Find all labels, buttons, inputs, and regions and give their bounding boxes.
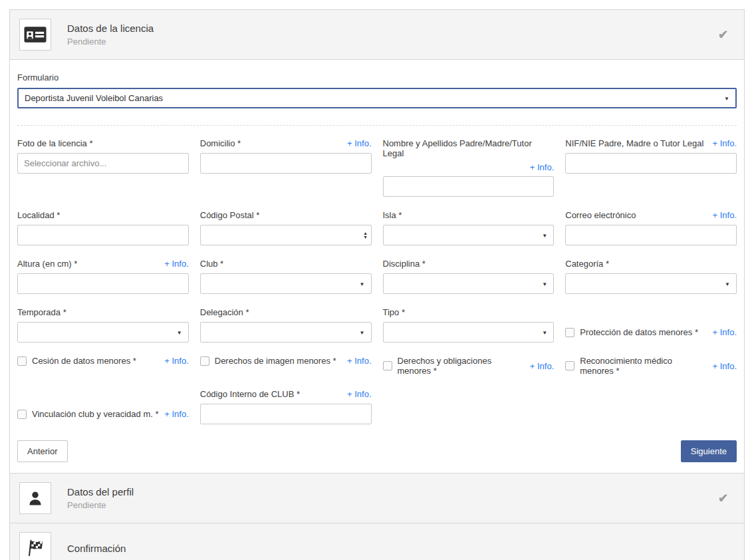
info-link[interactable]: + Info. (347, 356, 372, 366)
info-link[interactable]: + Info. (713, 138, 737, 148)
club-select[interactable]: ▼ (200, 273, 372, 294)
checkbox-label: Derechos y obligaciones menores * (398, 356, 525, 376)
check-icon: ✔ (718, 27, 728, 42)
step-title: Datos de la licencia (67, 23, 154, 34)
isla-select[interactable]: ▼ (383, 225, 555, 245)
licencia-form: Formulario Deportista Juvenil Voleibol C… (10, 59, 744, 474)
field-foto-licencia: Foto de la licencia * Seleccionar archiv… (17, 138, 189, 197)
fields-grid: Foto de la licencia * Seleccionar archiv… (17, 138, 737, 424)
field-nif-tutor: NIF/NIE Padre, Madre o Tutor Legal + Inf… (565, 138, 737, 197)
altura-input[interactable] (17, 273, 189, 294)
field-tipo: Tipo * ▼ (383, 307, 555, 343)
field-vinculacion-club: Vinculación club y veracidad m. * + Info… (17, 409, 189, 424)
checkbox-label: Vinculación club y veracidad m. * (32, 409, 159, 419)
step-info: Datos del perfil Pendiente (67, 486, 134, 510)
step-title: Datos del perfil (67, 486, 134, 497)
info-link[interactable]: + Info. (530, 361, 555, 371)
disciplina-select[interactable]: ▼ (383, 273, 555, 294)
chevron-down-icon: ▼ (725, 281, 730, 287)
field-delegacion: Delegación * ▼ (200, 307, 372, 343)
field-derechos-imagen: Derechos de imagen menores * + Info. (200, 356, 372, 376)
wizard-card: Datos de la licencia Pendiente ✔ Formula… (9, 9, 745, 560)
tipo-select[interactable]: ▼ (383, 322, 555, 343)
field-label: Código Interno de CLUB * (200, 389, 300, 399)
checkbox-label: Derechos de imagen menores * (215, 356, 336, 366)
nombre-tutor-input[interactable] (383, 176, 555, 197)
checkbox-label: Protección de datos menores * (580, 327, 698, 337)
field-label: Delegación * (200, 307, 249, 317)
reconocimiento-medico-checkbox[interactable] (565, 361, 574, 370)
field-reconocimiento-medico: Reconocimiento médico menores * + Info. (565, 356, 737, 376)
page: Datos de la licencia Pendiente ✔ Formula… (0, 0, 754, 560)
nif-tutor-input[interactable] (565, 153, 737, 174)
step-header-confirmacion[interactable]: Confirmación (10, 523, 744, 560)
id-card-icon (19, 19, 51, 51)
previous-button[interactable]: Anterior (17, 440, 68, 462)
chevron-down-icon: ▼ (724, 95, 729, 101)
field-label: Club * (200, 259, 223, 269)
next-button[interactable]: Siguiente (681, 440, 737, 462)
step-header-perfil[interactable]: Datos del perfil Pendiente ✔ (10, 474, 744, 523)
field-disciplina: Disciplina * ▼ (383, 259, 555, 294)
info-link[interactable]: + Info. (530, 162, 555, 172)
proteccion-datos-checkbox[interactable] (565, 328, 574, 337)
field-label: Altura (en cm) * (17, 259, 77, 269)
info-link[interactable]: + Info. (164, 356, 189, 366)
step-header-licencia[interactable]: Datos de la licencia Pendiente ✔ (10, 10, 744, 59)
field-localidad: Localidad * (17, 210, 189, 245)
field-nombre-tutor: Nombre y Apellidos Padre/Madre/Tutor Leg… (383, 138, 555, 197)
checkbox-label: Reconocimiento médico menores * (580, 356, 707, 376)
domicilio-input[interactable] (200, 153, 372, 174)
field-label: Disciplina * (383, 259, 426, 269)
info-link[interactable]: + Info. (347, 389, 372, 399)
step-title: Confirmación (67, 543, 126, 554)
formulario-label: Formulario (17, 72, 737, 82)
cesion-datos-checkbox[interactable] (17, 356, 27, 366)
chevron-down-icon: ▼ (542, 329, 547, 335)
info-link[interactable]: + Info. (713, 327, 737, 337)
checkbox-label: Cesión de datos menores * (32, 356, 136, 366)
field-domicilio: Domicilio * + Info. (200, 138, 372, 197)
formulario-select[interactable]: Deportista Juvenil Voleibol Canarias ▼ (17, 88, 737, 108)
field-label: Domicilio * (200, 138, 241, 148)
codigo-postal-input[interactable] (200, 225, 372, 245)
info-link[interactable]: + Info. (347, 138, 372, 148)
field-codigo-interno-club: Código Interno de CLUB * + Info. (200, 389, 372, 424)
field-label: Foto de la licencia * (17, 138, 92, 148)
wizard-actions: Anterior Siguiente (17, 440, 737, 462)
field-isla: Isla * ▼ (383, 210, 555, 245)
chevron-down-icon: ▼ (360, 281, 365, 287)
field-temporada: Temporada * ▼ (17, 307, 189, 343)
step-info: Datos de la licencia Pendiente (67, 23, 154, 47)
vinculacion-club-checkbox[interactable] (17, 410, 27, 419)
info-link[interactable]: + Info. (164, 259, 189, 269)
foto-file-input[interactable]: Seleccionar archivo... (17, 153, 189, 174)
chevron-down-icon: ▼ (542, 232, 547, 238)
chevron-down-icon: ▼ (360, 329, 365, 335)
categoria-select[interactable]: ▼ (565, 273, 737, 294)
info-link[interactable]: + Info. (713, 361, 737, 371)
check-icon: ✔ (718, 491, 728, 505)
field-label: Código Postal * (200, 210, 260, 220)
info-link[interactable]: + Info. (713, 210, 737, 220)
localidad-input[interactable] (17, 225, 189, 245)
info-link[interactable]: + Info. (164, 409, 189, 419)
spinner-down-icon[interactable]: ▾ (364, 235, 366, 239)
chevron-down-icon: ▼ (542, 281, 547, 287)
field-club: Club * ▼ (200, 259, 372, 294)
number-spinner[interactable]: ▴▾ (364, 231, 366, 239)
field-altura: Altura (en cm) * + Info. (17, 259, 189, 294)
field-label: Localidad * (17, 210, 60, 220)
field-label: Categoría * (565, 259, 609, 269)
field-label: Tipo * (383, 307, 405, 317)
correo-input[interactable] (565, 225, 737, 245)
derechos-obligaciones-checkbox[interactable] (383, 361, 392, 370)
temporada-select[interactable]: ▼ (17, 322, 189, 343)
derechos-imagen-checkbox[interactable] (200, 356, 209, 366)
dashed-divider (17, 125, 737, 126)
field-label: Correo electrónico (565, 210, 636, 220)
delegacion-select[interactable]: ▼ (200, 322, 372, 343)
checkered-flag-icon (19, 532, 51, 560)
field-label: Nombre y Apellidos Padre/Madre/Tutor Leg… (383, 138, 555, 158)
codigo-interno-club-input[interactable] (200, 404, 372, 424)
